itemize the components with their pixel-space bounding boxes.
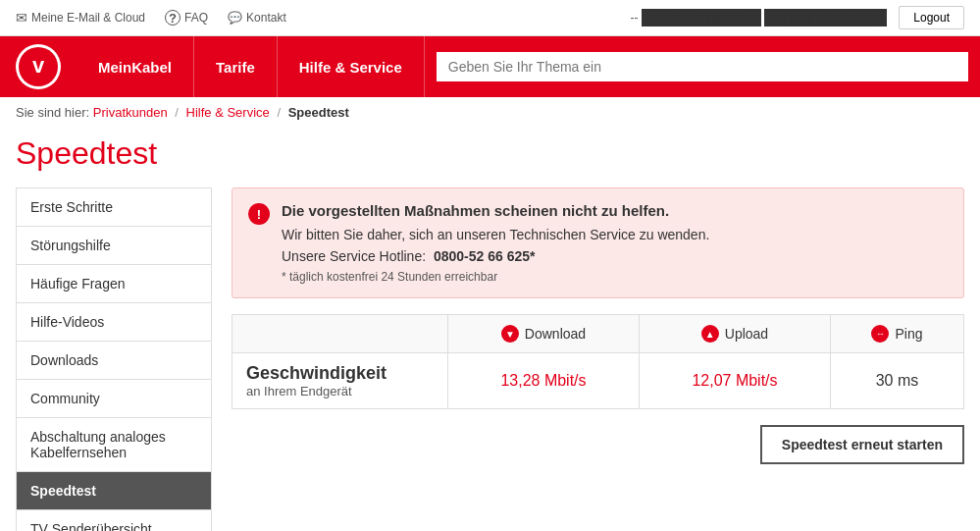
email-icon: ✉	[16, 10, 27, 26]
ping-icon: ↔	[871, 325, 889, 343]
col-ping-header: ↔ Ping	[830, 315, 963, 353]
col-upload-header: ▲ Upload	[639, 315, 830, 353]
alert-hotline-number: 0800-52 66 625*	[434, 248, 536, 264]
speed-table: ▼ Download ▲ Upload ↔ Ping	[232, 314, 964, 409]
nav-meinkabel[interactable]: MeinKabel	[77, 36, 194, 97]
email-cloud-link[interactable]: ✉ Meine E-Mail & Cloud	[16, 10, 145, 26]
upload-icon: ▲	[701, 325, 719, 343]
breadcrumb-privatkunden[interactable]: Privatkunden	[93, 105, 168, 120]
faq-label: FAQ	[184, 11, 208, 25]
upload-value: 12,07 Mbit/s	[639, 353, 830, 409]
col-download-header: ▼ Download	[448, 315, 640, 353]
header: v MeinKabel Tarife Hilfe & Service	[0, 36, 980, 97]
alert-hotline-label: Unsere Service Hotline:	[282, 248, 426, 264]
sidebar-item-speedtest[interactable]: Speedtest	[17, 472, 211, 510]
sidebar-item-hilfe-videos[interactable]: Hilfe-Videos	[17, 303, 211, 342]
kontakt-link[interactable]: 💬 Kontakt	[228, 11, 286, 25]
search-input[interactable]	[437, 52, 968, 81]
col-empty	[232, 315, 448, 353]
speed-row-label: Geschwindigkeit	[246, 363, 434, 384]
main-nav: MeinKabel Tarife Hilfe & Service	[77, 36, 425, 97]
alert-note: * täglich kostenfrei 24 Stunden erreichb…	[282, 270, 709, 284]
sidebar-item-abschaltung[interactable]: Abschaltung analoges Kabelfernsehen	[17, 418, 211, 472]
chat-icon: 💬	[228, 11, 242, 25]
kontakt-label: Kontakt	[246, 11, 286, 25]
content: ! Die vorgestellten Maßnahmen scheinen n…	[232, 187, 964, 531]
breadcrumb-hilfe-service[interactable]: Hilfe & Service	[186, 105, 270, 120]
sidebar-item-haeufige-fragen[interactable]: Häufige Fragen	[17, 265, 211, 303]
alert-hotline-line: Unsere Service Hotline: 0800-52 66 625*	[282, 248, 709, 264]
logo-wrap: v	[0, 36, 77, 97]
download-icon: ▼	[501, 325, 519, 343]
ping-value: 30 ms	[830, 353, 963, 409]
logout-button[interactable]: Logout	[899, 6, 964, 29]
faq-icon: ?	[165, 10, 181, 26]
sidebar-item-tv-sender[interactable]: TV Senderübersicht	[17, 510, 211, 531]
svg-text:v: v	[32, 53, 45, 78]
sidebar-item-erste-schritte[interactable]: Erste Schritte	[17, 188, 211, 227]
search-wrap	[425, 36, 980, 97]
sidebar-item-community[interactable]: Community	[17, 380, 211, 418]
restart-speedtest-button[interactable]: Speedtest erneut starten	[760, 425, 964, 464]
sidebar-item-stoerungshilfe[interactable]: Störungshilfe	[17, 227, 211, 265]
alert-box: ! Die vorgestellten Maßnahmen scheinen n…	[232, 187, 964, 298]
breadcrumb-prefix: Sie sind hier:	[16, 105, 89, 120]
top-bar: ✉ Meine E-Mail & Cloud ? FAQ 💬 Kontakt -…	[0, 0, 980, 36]
alert-body: Die vorgestellten Maßnahmen scheinen nic…	[282, 202, 709, 284]
top-bar-right: -- Kundenummer: ██████████ Logout	[631, 6, 964, 29]
breadcrumb-current: Speedtest	[288, 105, 349, 120]
download-value: 13,28 Mbit/s	[448, 353, 640, 409]
alert-title: Die vorgestellten Maßnahmen scheinen nic…	[282, 202, 709, 219]
sidebar: Erste Schritte Störungshilfe Häufige Fra…	[16, 187, 212, 531]
logo[interactable]: v	[16, 44, 61, 89]
email-label: Meine E-Mail & Cloud	[31, 11, 145, 25]
sidebar-item-downloads[interactable]: Downloads	[17, 342, 211, 380]
top-bar-left: ✉ Meine E-Mail & Cloud ? FAQ 💬 Kontakt	[16, 10, 286, 26]
breadcrumb: Sie sind hier: Privatkunden / Hilfe & Se…	[0, 97, 980, 128]
alert-icon: !	[248, 203, 270, 225]
faq-link[interactable]: ? FAQ	[165, 10, 208, 26]
speed-label-cell: Geschwindigkeit an Ihrem Endgerät	[232, 353, 448, 409]
nav-hilfe-service[interactable]: Hilfe & Service	[278, 36, 425, 97]
alert-body-text: Wir bitten Sie daher, sich an unseren Te…	[282, 227, 709, 242]
speed-row-sublabel: an Ihrem Endgerät	[246, 384, 434, 398]
button-row: Speedtest erneut starten	[232, 425, 964, 464]
nav-tarife[interactable]: Tarife	[194, 36, 278, 97]
page-title: Speedtest	[0, 128, 980, 187]
main-layout: Erste Schritte Störungshilfe Häufige Fra…	[0, 187, 980, 531]
kundennummer: -- Kundenummer: ██████████	[631, 11, 888, 25]
